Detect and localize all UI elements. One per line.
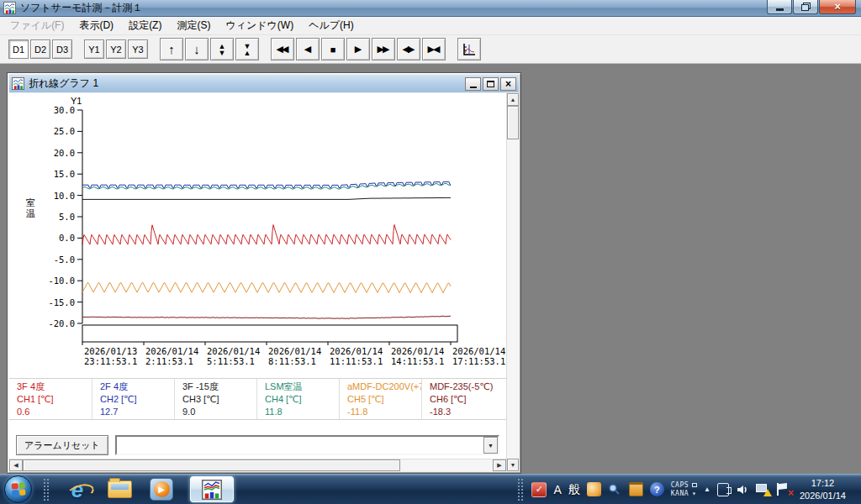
stop-button[interactable]: ■ [321, 38, 345, 60]
channel-name: LSM室温 [265, 381, 337, 393]
scroll-up-arrow[interactable]: ▲ [507, 93, 519, 106]
alarm-band [82, 325, 457, 342]
toolbar-d1-button[interactable]: D1 [8, 39, 29, 59]
safely-remove-hardware-icon[interactable] [717, 483, 729, 496]
ime-dictionary-icon[interactable] [608, 482, 622, 496]
channel-value: 9.0 [182, 406, 255, 418]
y-tick-label: 20.0 [54, 148, 75, 158]
x-tick-date: 2026/01/14 [330, 346, 383, 356]
rewind-icon: ◀◀ [277, 44, 289, 55]
x-tick-date: 2026/01/14 [145, 346, 198, 356]
file-explorer-button[interactable] [104, 476, 135, 503]
network-warning-icon[interactable] [756, 483, 770, 496]
toolbar: D1 D2 D3 Y1 Y2 Y3 ↑ ↓ ▲▼ ▼▲ ◀◀ ◀ ■ ▶ ▶▶ … [0, 35, 861, 64]
active-app-button[interactable] [190, 476, 234, 502]
compress-horizontal-button[interactable]: ▶◀ [422, 38, 446, 60]
legend-channel-ch6: MDF-235(-5℃)CH6 [℃]-18.3 [421, 379, 504, 419]
internet-explorer-button[interactable]: e [62, 476, 92, 503]
network-disconnected-icon[interactable]: × [777, 483, 791, 496]
x-tick-time: 14:11:53.1 [391, 356, 444, 366]
horizontal-scrollbar[interactable]: ◀ ▶ [9, 459, 506, 471]
y-tick-label: -15.0 [48, 297, 75, 307]
scroll-down-button[interactable]: ↓ [185, 38, 209, 60]
scroll-down-arrow[interactable]: ▼ [507, 459, 519, 471]
window-mini-icon [692, 483, 697, 487]
x-tick-time: 5:11:53.1 [207, 356, 255, 366]
media-player-button[interactable]: ▶ [146, 476, 177, 503]
y-tick-label: 25.0 [54, 126, 75, 136]
x-tick-time: 8:11:53.1 [268, 356, 316, 366]
security-tray-icon[interactable]: ✓ [531, 482, 547, 497]
toolbar-y1-button[interactable]: Y1 [84, 39, 104, 59]
down-arrow-icon: ↓ [193, 42, 200, 56]
caps-label: CAPS [671, 481, 689, 490]
menu-view[interactable]: 表示(D) [71, 16, 121, 35]
restore-button[interactable] [793, 0, 818, 14]
ime-caps-kana-indicator[interactable]: CAPS KANA▾ [671, 481, 697, 498]
vertical-scrollbar-track[interactable] [507, 139, 519, 459]
horizontal-scrollbar-thumb[interactable] [23, 459, 400, 471]
alarm-reset-button[interactable]: アラームリセット [16, 435, 108, 455]
taskbar-clock[interactable]: 17:12 2026/01/14 [798, 477, 854, 502]
y-tick-label: 0.0 [59, 233, 75, 243]
fast-forward-button[interactable]: ▶▶ [372, 38, 395, 60]
expand-vertical-button[interactable]: ▲▼ [210, 38, 234, 60]
combobox-dropdown-button[interactable]: ▼ [483, 437, 498, 454]
left-triangle-icon: ◀ [13, 462, 18, 469]
x-tick-date: 2026/01/14 [207, 346, 260, 356]
scroll-right-arrow[interactable]: ▶ [493, 459, 506, 471]
app-icon [3, 2, 16, 14]
graph-minimize-button[interactable] [465, 77, 481, 91]
step-back-button[interactable]: ◀ [296, 38, 320, 60]
folder-icon [108, 480, 132, 498]
y-tick-label: 15.0 [54, 169, 75, 179]
y-axis-label: 室 [26, 197, 35, 207]
series-ch2 [82, 181, 451, 187]
start-button[interactable] [4, 475, 32, 503]
channel-value: 11.8 [265, 406, 337, 418]
menu-settings[interactable]: 設定(Z) [121, 16, 169, 35]
channel-value: 12.7 [100, 406, 172, 418]
compress-vertical-button[interactable]: ▼▲ [235, 38, 259, 60]
vertical-scrollbar-thumb[interactable] [507, 106, 519, 139]
step-forward-button[interactable]: ▶ [346, 38, 370, 60]
ime-help-icon[interactable]: ? [650, 482, 664, 496]
up-triangle-icon: ▲ [510, 97, 516, 102]
ime-toolbox-icon[interactable] [629, 482, 643, 496]
restore-icon [801, 3, 811, 11]
minimize-button[interactable] [767, 0, 792, 14]
volume-icon[interactable] [736, 483, 749, 496]
toolbar-y3-button[interactable]: Y3 [128, 39, 148, 59]
toolbar-d3-button[interactable]: D3 [52, 39, 72, 59]
rewind-button[interactable]: ◀◀ [271, 38, 294, 60]
menu-help[interactable]: ヘルプ(H) [301, 16, 362, 35]
graph-view-button[interactable] [457, 38, 481, 60]
graph-close-button[interactable]: × [500, 77, 516, 91]
close-button[interactable]: × [819, 0, 856, 14]
horizontal-scrollbar-track[interactable] [400, 459, 493, 471]
ime-pad-icon[interactable] [587, 482, 601, 496]
toolbar-d2-button[interactable]: D2 [30, 39, 50, 59]
ime-input-mode[interactable]: A [553, 483, 561, 496]
taskbar: e ▶ ✓ A 般 ? CAPS KANA▾ ▲ [0, 474, 861, 504]
ime-conversion-mode[interactable]: 般 [568, 482, 580, 497]
expand-horizontal-button[interactable]: ◀▶ [397, 38, 420, 60]
x-tick-time: 23:11:53.1 [84, 356, 137, 366]
scroll-up-button[interactable]: ↑ [160, 38, 183, 60]
x-tick-date: 2026/01/13 [84, 346, 137, 356]
vertical-scrollbar[interactable]: ▲ ▼ [506, 93, 519, 471]
tray-time: 17:12 [811, 477, 835, 490]
alarm-combobox[interactable]: ▼ [115, 435, 499, 455]
legend-channel-ch1: 3F 4度CH1 [℃]0.6 [9, 379, 92, 419]
menu-measure[interactable]: 測定(S) [169, 16, 218, 35]
channel-name: 3F -15度 [182, 381, 255, 393]
toolbar-y2-button[interactable]: Y2 [106, 39, 126, 59]
tray-expand-button[interactable]: ▲ [704, 486, 710, 493]
graph-client-area: Y1室温30.025.020.015.010.05.00.0-5.0-10.0-… [9, 93, 519, 471]
y-tick-label: 5.0 [59, 212, 75, 222]
graph-maximize-button[interactable] [483, 77, 499, 91]
menu-window[interactable]: ウィンドウ(W) [218, 16, 301, 35]
fast-forward-icon: ▶▶ [378, 44, 390, 55]
scroll-left-arrow[interactable]: ◀ [9, 459, 23, 471]
menu-file[interactable]: ファイル(F) [3, 16, 71, 35]
